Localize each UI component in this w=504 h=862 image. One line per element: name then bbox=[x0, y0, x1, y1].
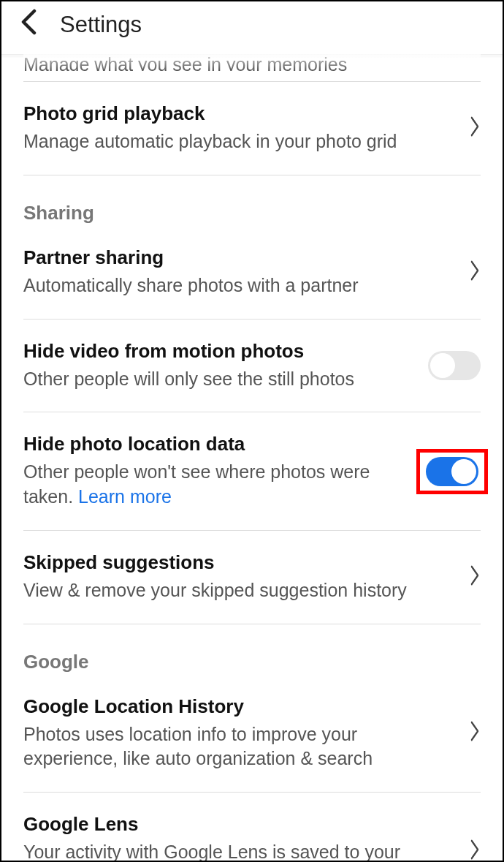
chevron-right-icon bbox=[470, 258, 478, 287]
photo-grid-playback-item[interactable]: Photo grid playback Manage automatic pla… bbox=[23, 92, 481, 165]
chevron-right-icon bbox=[470, 719, 478, 747]
hide-video-item[interactable]: Hide video from motion photos Other peop… bbox=[23, 330, 481, 402]
item-title: Google Location History bbox=[23, 695, 454, 718]
section-google: Google bbox=[23, 635, 481, 685]
cutoff-subtitle: Manage what you see in your memories bbox=[23, 52, 481, 71]
divider bbox=[23, 175, 481, 175]
header-bar: Settings bbox=[1, 1, 503, 54]
divider bbox=[23, 81, 481, 82]
item-subtitle: Manage automatic playback in your photo … bbox=[23, 129, 454, 154]
page-title: Settings bbox=[60, 12, 142, 38]
chevron-right-icon bbox=[470, 837, 478, 862]
chevron-right-icon bbox=[470, 114, 478, 143]
divider bbox=[23, 530, 481, 531]
back-icon[interactable] bbox=[20, 9, 37, 42]
item-title: Hide video from motion photos bbox=[23, 340, 413, 363]
item-subtitle: Other people will only see the still pho… bbox=[23, 367, 413, 392]
item-subtitle: View & remove your skipped suggestion hi… bbox=[23, 578, 454, 603]
item-subtitle: Other people won't see where photos were… bbox=[23, 460, 402, 510]
hide-video-toggle[interactable] bbox=[428, 351, 481, 380]
item-title: Photo grid playback bbox=[23, 102, 454, 125]
item-subtitle: Automatically share photos with a partne… bbox=[23, 273, 454, 298]
item-title: Partner sharing bbox=[23, 246, 454, 269]
divider bbox=[23, 412, 481, 412]
item-subtitle: Your activity with Google Lens is saved … bbox=[23, 840, 454, 862]
item-title: Skipped suggestions bbox=[23, 551, 454, 574]
chevron-right-icon bbox=[470, 563, 478, 591]
divider bbox=[23, 792, 481, 793]
item-title: Google Lens bbox=[23, 813, 454, 836]
hide-location-toggle[interactable] bbox=[426, 457, 478, 486]
divider bbox=[23, 319, 481, 320]
item-subtitle: Photos uses location info to improve you… bbox=[23, 722, 454, 772]
partner-sharing-item[interactable]: Partner sharing Automatically share phot… bbox=[23, 236, 481, 309]
highlight-box bbox=[416, 449, 488, 494]
google-location-history-item[interactable]: Google Location History Photos uses loca… bbox=[23, 685, 481, 782]
hide-location-item[interactable]: Hide photo location data Other people wo… bbox=[23, 423, 481, 520]
divider bbox=[23, 624, 481, 624]
learn-more-link[interactable]: Learn more bbox=[78, 486, 172, 507]
google-lens-item[interactable]: Google Lens Your activity with Google Le… bbox=[23, 803, 481, 862]
skipped-suggestions-item[interactable]: Skipped suggestions View & remove your s… bbox=[23, 541, 481, 613]
section-sharing: Sharing bbox=[23, 186, 481, 236]
item-title: Hide photo location data bbox=[23, 433, 402, 455]
